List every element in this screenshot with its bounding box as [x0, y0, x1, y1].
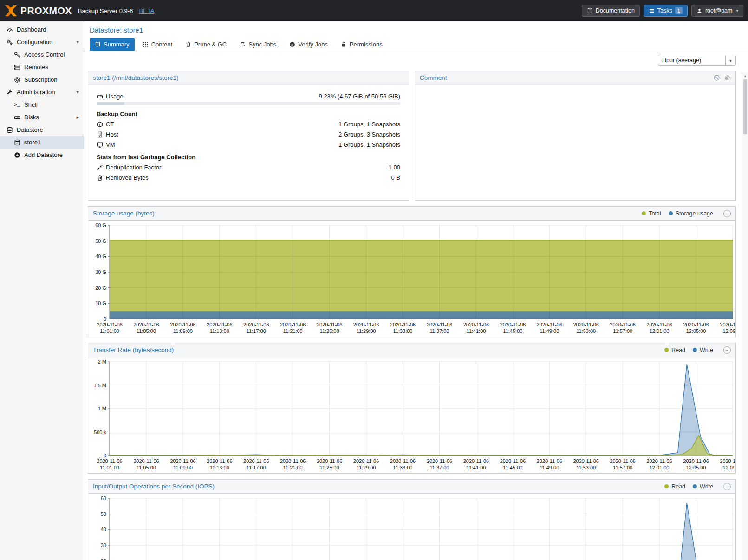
wrench-icon: [6, 89, 13, 96]
sidebar-item-dashboard[interactable]: Dashboard: [0, 23, 84, 36]
svg-text:11:21:00: 11:21:00: [283, 465, 303, 470]
sidebar-item-subscription[interactable]: Subscription: [0, 73, 84, 86]
sidebar-item-disks[interactable]: Disks ▸: [0, 111, 84, 124]
sidebar: Dashboard Configuration ▾ Access Control…: [0, 21, 84, 560]
svg-text:20: 20: [101, 558, 106, 560]
collapse-icon[interactable]: −: [723, 483, 731, 490]
svg-text:2020-11-06: 2020-11-06: [390, 458, 416, 464]
book-icon: [95, 41, 101, 47]
sidebar-item-shell[interactable]: >_ Shell: [0, 98, 84, 111]
beta-link[interactable]: BETA: [139, 7, 154, 14]
circle-slash-icon[interactable]: [713, 74, 720, 81]
legend-read: Read: [664, 483, 685, 490]
chevron-down-icon: ▾: [736, 8, 738, 13]
storage-usage-panel: Storage usage (bytes) Total Storage usag…: [88, 206, 736, 337]
svg-text:11:05:00: 11:05:00: [137, 328, 156, 334]
gc-stats-heading: Stats from last Garbage Collection: [97, 154, 400, 161]
legend-write: Write: [693, 483, 713, 490]
svg-text:11:13:00: 11:13:00: [210, 328, 229, 334]
svg-text:2020-11-06: 2020-11-06: [610, 322, 635, 327]
svg-text:12:05:00: 12:05:00: [686, 465, 706, 470]
svg-text:1 M: 1 M: [98, 406, 106, 411]
legend-dot: [642, 211, 646, 215]
tab-sync-jobs[interactable]: Sync Jobs: [234, 38, 281, 51]
life-ring-icon: [13, 77, 21, 83]
svg-text:2020-11-06: 2020-11-06: [573, 322, 598, 327]
iops-chart: 2020-11-0611:01:002020-11-0611:05:002020…: [88, 494, 735, 560]
chevron-right-icon: ▸: [76, 114, 84, 120]
usage-progress-bar: [97, 102, 400, 105]
collapse-icon[interactable]: −: [723, 346, 731, 354]
svg-text:2020-11-06: 2020-11-06: [353, 322, 379, 327]
tasks-button[interactable]: Tasks 1: [644, 5, 688, 17]
svg-text:2020-11-06: 2020-11-06: [170, 322, 195, 327]
svg-text:2 M: 2 M: [98, 359, 106, 365]
sidebar-item-administration[interactable]: Administration ▾: [0, 86, 84, 98]
unlock-icon: [341, 41, 347, 47]
user-menu-button[interactable]: root@pam ▾: [691, 5, 743, 17]
usage-row: Usage 9.23% (4.67 GiB of 50.56 GiB): [97, 92, 400, 101]
tab-permissions[interactable]: Permissions: [336, 38, 388, 51]
svg-text:1.5 M: 1.5 M: [93, 383, 106, 388]
iops-title: Input/Output Operations per Second (IOPS…: [93, 483, 215, 490]
svg-text:2020-11-06: 2020-11-06: [646, 322, 672, 327]
sidebar-item-store1[interactable]: store1: [0, 136, 84, 149]
svg-text:30: 30: [101, 542, 106, 548]
svg-text:2020-11-06: 2020-11-06: [463, 322, 489, 327]
sidebar-item-add-datastore[interactable]: Add Datastore: [0, 149, 84, 161]
backup-count-heading: Backup Count: [97, 111, 400, 117]
svg-text:2020-11-06: 2020-11-06: [683, 458, 709, 464]
svg-text:500 k: 500 k: [94, 430, 106, 435]
svg-text:2020-11-06: 2020-11-06: [646, 458, 672, 464]
sidebar-item-datastore[interactable]: Datastore: [0, 124, 84, 136]
svg-text:50: 50: [101, 511, 106, 517]
timeframe-select[interactable]: Hour (average) ▾: [658, 55, 736, 66]
documentation-button[interactable]: Documentation: [582, 5, 640, 17]
svg-text:11:17:00: 11:17:00: [247, 465, 266, 470]
transfer-rate-panel: Transfer Rate (bytes/second) Read Write …: [88, 343, 736, 474]
svg-text:0: 0: [104, 316, 106, 322]
svg-text:11:29:00: 11:29:00: [357, 465, 376, 470]
sidebar-item-access-control[interactable]: Access Control: [0, 48, 84, 61]
gear-icon[interactable]: [724, 74, 731, 81]
scroll-up-arrow-icon[interactable]: ▲: [742, 72, 748, 79]
usage-value: 9.23% (4.67 GiB of 50.56 GiB): [319, 93, 400, 100]
sidebar-item-configuration[interactable]: Configuration ▾: [0, 36, 84, 48]
svg-text:12:09:00: 12:09:00: [723, 328, 735, 334]
svg-text:11:57:00: 11:57:00: [613, 465, 632, 470]
svg-text:2020-11-06: 2020-11-06: [280, 322, 306, 327]
sidebar-item-remotes[interactable]: Remotes: [0, 61, 84, 73]
tab-prune-gc[interactable]: Prune & GC: [180, 38, 232, 51]
svg-text:2020-11-06: 2020-11-06: [500, 322, 526, 327]
tab-verify-jobs[interactable]: Verify Jobs: [284, 38, 333, 51]
tab-summary[interactable]: Summary: [90, 38, 135, 51]
svg-text:2020-11-06: 2020-11-06: [317, 458, 342, 464]
comment-text[interactable]: [415, 85, 735, 96]
tab-bar: Summary Content Prune & GC Sync Jobs Ver…: [84, 37, 748, 51]
svg-text:30 G: 30 G: [95, 269, 106, 275]
svg-text:2020-11-06: 2020-11-06: [133, 458, 159, 464]
legend-dot: [693, 484, 697, 488]
building-icon: [97, 131, 106, 138]
product-version: Backup Server 0.9-6: [78, 7, 133, 14]
tab-content[interactable]: Content: [137, 38, 178, 51]
brand: PROXMOX Backup Server 0.9-6 BETA: [5, 5, 154, 16]
chart-toolbar: Hour (average) ▾: [84, 51, 748, 70]
svg-text:12:05:00: 12:05:00: [686, 328, 706, 334]
legend-dot: [664, 484, 669, 488]
svg-text:11:49:00: 11:49:00: [540, 328, 559, 334]
collapse-icon[interactable]: −: [723, 210, 731, 217]
chevron-down-icon: ▾: [76, 39, 84, 45]
svg-text:11:01:00: 11:01:00: [100, 328, 119, 334]
scrollbar-thumb[interactable]: [743, 79, 747, 134]
brand-name: PROXMOX: [20, 5, 72, 16]
vm-count-row: VM 1 Groups, 1 Snapshots: [97, 140, 400, 149]
svg-text:2020-11-06: 2020-11-06: [207, 458, 232, 464]
vertical-scrollbar[interactable]: ▲: [742, 72, 748, 560]
datastore-summary-panel: store1 (/mnt/datastores/store1) Usage 9.…: [88, 71, 409, 201]
svg-text:11:25:00: 11:25:00: [320, 328, 339, 334]
summary-panel-title: store1 (/mnt/datastores/store1): [93, 74, 179, 81]
removed-bytes-row: Removed Bytes 0 B: [97, 173, 400, 182]
dedup-row: Deduplication Factor 1.00: [97, 163, 400, 172]
svg-text:2020-11-06: 2020-11-06: [170, 458, 195, 464]
